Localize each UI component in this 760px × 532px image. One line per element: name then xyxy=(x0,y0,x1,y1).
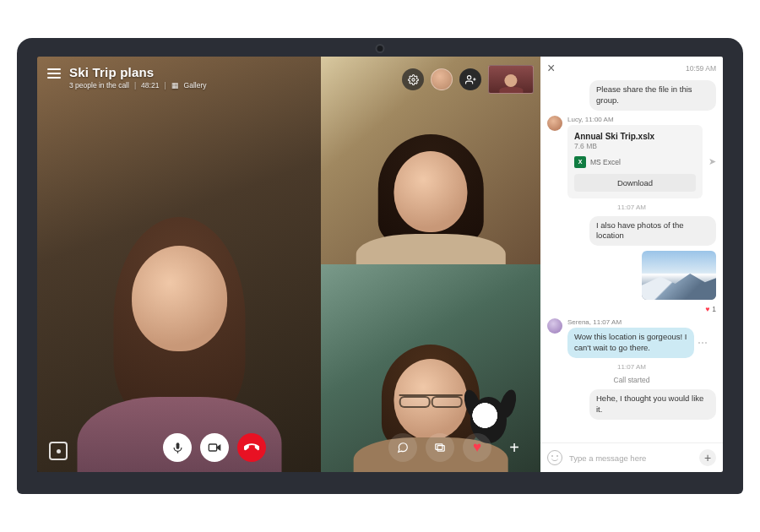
add-attachment-button[interactable]: + xyxy=(699,449,716,466)
svg-rect-7 xyxy=(436,444,442,449)
call-title: Ski Trip plans xyxy=(69,65,207,79)
download-button[interactable]: Download xyxy=(574,174,696,192)
message-composer: + xyxy=(540,442,723,472)
message-out[interactable]: I also have photos of the location xyxy=(589,216,716,247)
reaction-count: 1 xyxy=(712,305,716,313)
avatar[interactable] xyxy=(547,318,562,334)
more-actions-button[interactable]: + xyxy=(500,433,529,462)
svg-rect-8 xyxy=(437,446,444,451)
image-attachment[interactable] xyxy=(642,251,716,300)
time-divider: 11:07 AM xyxy=(547,363,716,371)
mute-button[interactable] xyxy=(163,433,192,462)
end-call-button[interactable] xyxy=(237,433,266,462)
sender-name: Serena xyxy=(567,318,589,326)
app-window: Ski Trip plans 3 people in the call | 48… xyxy=(37,57,723,472)
gallery-label[interactable]: Gallery xyxy=(184,81,207,90)
video-tile-main[interactable] xyxy=(37,57,321,472)
svg-rect-5 xyxy=(209,444,216,451)
grid-icon: ▦ xyxy=(171,81,179,90)
message-out[interactable]: Hehe, I thought you would like it. xyxy=(589,389,716,420)
message-options-icon[interactable]: ⋯ xyxy=(698,337,708,349)
avatar[interactable] xyxy=(547,116,562,131)
video-toggle-button[interactable] xyxy=(200,433,229,462)
file-name: Annual Ski Trip.xslx xyxy=(574,132,696,141)
emoji-button[interactable] xyxy=(547,450,562,465)
laptop-frame: Ski Trip plans 3 people in the call | 48… xyxy=(17,38,743,494)
laptop-camera xyxy=(377,46,383,52)
chat-toggle-button[interactable] xyxy=(388,433,417,462)
message-time: 11:00 AM xyxy=(585,116,614,123)
svg-point-0 xyxy=(411,78,414,80)
time-divider: 11:07 AM xyxy=(547,204,716,211)
message-input[interactable] xyxy=(569,453,692,463)
message-time: 11:07 AM xyxy=(593,318,622,326)
heart-icon: ♥ xyxy=(705,305,709,313)
video-grid: Ski Trip plans 3 people in the call | 48… xyxy=(37,57,540,472)
message-in[interactable]: Wow this location is gorgeous! I can't w… xyxy=(567,328,694,358)
file-attachment[interactable]: Annual Ski Trip.xslx 7.6 MB X MS Excel D… xyxy=(567,125,703,198)
message-out[interactable]: Please share the file in this group. xyxy=(589,80,716,111)
file-type-label: MS Excel xyxy=(590,158,621,166)
chat-scroll[interactable]: Please share the file in this group. Luc… xyxy=(540,80,723,442)
call-duration: 48:21 xyxy=(141,81,159,90)
chat-panel: × 10:59 AM Please share the file in this… xyxy=(540,57,723,472)
share-screen-button[interactable] xyxy=(426,433,454,462)
menu-icon[interactable] xyxy=(47,68,61,79)
close-chat-button[interactable]: × xyxy=(547,62,555,75)
file-size: 7.6 MB xyxy=(574,142,696,150)
add-participant-button[interactable] xyxy=(459,68,481,90)
sender-name: Lucy xyxy=(567,116,581,123)
reaction-badge[interactable]: ♥ 1 xyxy=(705,305,716,313)
system-message: Call started xyxy=(547,376,716,384)
excel-icon: X xyxy=(574,156,586,168)
settings-button[interactable] xyxy=(402,68,424,90)
self-view[interactable] xyxy=(488,65,534,94)
forward-icon[interactable]: ➤ xyxy=(708,156,716,167)
participant-count: 3 people in the call xyxy=(69,81,129,90)
chat-header-time: 10:59 AM xyxy=(686,64,716,73)
svg-point-1 xyxy=(467,75,470,79)
call-subtitle: 3 people in the call | 48:21 | ▦ Gallery xyxy=(69,81,207,90)
reaction-button[interactable]: ♥ xyxy=(463,433,491,462)
participant-avatar[interactable] xyxy=(431,68,453,90)
